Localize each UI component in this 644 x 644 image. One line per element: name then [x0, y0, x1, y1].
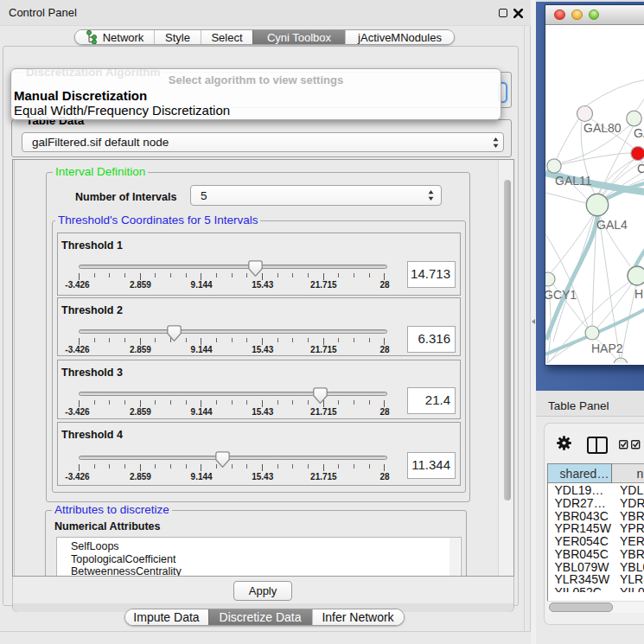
svg-text:HAP2: HAP2 — [591, 341, 623, 355]
svg-text:GAL80: GAL80 — [583, 121, 622, 135]
svg-text:C: C — [637, 162, 644, 175]
svg-text:GCY1: GCY1 — [545, 288, 577, 302]
svg-text:GA: GA — [634, 126, 644, 140]
svg-text:H: H — [634, 287, 643, 301]
svg-text:GAL4: GAL4 — [596, 218, 628, 232]
svg-text:GAL11: GAL11 — [555, 174, 592, 188]
